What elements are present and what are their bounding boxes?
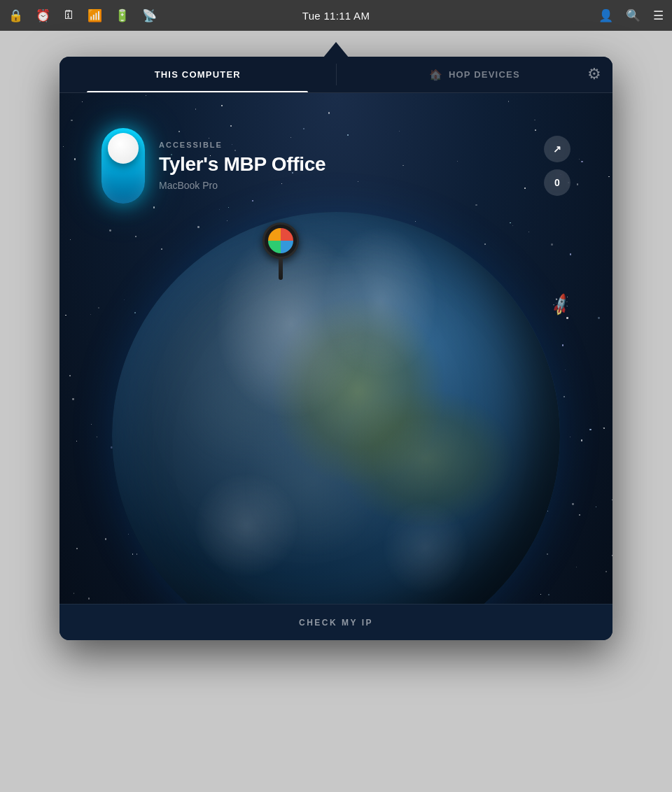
- share-button[interactable]: ↗: [544, 136, 570, 162]
- tab-hop-devices[interactable]: 🏠 HOP DEVICES: [337, 57, 613, 92]
- earth-container: [112, 212, 560, 604]
- wifi-icon[interactable]: 📶: [88, 8, 102, 23]
- search-icon[interactable]: 🔍: [626, 8, 640, 23]
- check-ip-text: CHECK MY IP: [299, 618, 373, 628]
- device-info: ACCESSIBLE Tyler's MBP Office MacBook Pr…: [159, 141, 530, 191]
- pin-multicolor-circle: [268, 228, 293, 253]
- bottom-bar[interactable]: CHECK MY IP: [59, 604, 612, 640]
- earth-globe: [112, 212, 560, 604]
- menubar-clock: Tue 11:11 AM: [302, 10, 370, 22]
- user-icon[interactable]: 👤: [598, 8, 613, 23]
- count-button[interactable]: 0: [544, 169, 570, 196]
- battery-charging-icon[interactable]: 🔋: [115, 8, 130, 23]
- lock-icon[interactable]: 🔒: [8, 8, 23, 23]
- tab-this-computer[interactable]: THIS COMPUTER: [59, 57, 336, 92]
- pin-stem: [279, 259, 283, 280]
- action-buttons: ↗ 0: [544, 136, 570, 196]
- app-window: ⚙ THIS COMPUTER 🏠 HOP DEVICES ++: [59, 57, 612, 640]
- toggle-switch[interactable]: [102, 128, 145, 204]
- menubar: 🔒 ⏰ 🗓 📶 🔋 📡 Tue 11:11 AM 👤 🔍 ☰: [0, 0, 672, 31]
- device-status: ACCESSIBLE: [159, 141, 530, 149]
- location-pin: [262, 222, 299, 280]
- count-label: 0: [554, 177, 560, 188]
- menubar-left-icons: 🔒 ⏰ 🗓 📶 🔋 📡: [8, 8, 157, 23]
- window-pointer: [323, 42, 349, 57]
- menu-icon[interactable]: ☰: [653, 8, 664, 23]
- share-icon: ↗: [553, 143, 561, 155]
- clock-text: Tue 11:11 AM: [302, 10, 370, 22]
- content-area: ++ ACCESSIBLE Tyler's MBP Office MacBook…: [59, 93, 612, 604]
- device-model: MacBook Pro: [159, 180, 530, 191]
- app-wrapper: ⚙ THIS COMPUTER 🏠 HOP DEVICES ++: [59, 42, 612, 640]
- tab-this-computer-label: THIS COMPUTER: [155, 69, 241, 80]
- menubar-right-icons: 👤 🔍 ☰: [598, 8, 664, 23]
- calculator-icon[interactable]: 🗓: [63, 8, 75, 22]
- hop-devices-icon: 🏠: [429, 69, 443, 81]
- device-card: ACCESSIBLE Tyler's MBP Office MacBook Pr…: [102, 128, 570, 204]
- settings-button[interactable]: ⚙: [587, 65, 601, 83]
- device-name: Tyler's MBP Office: [159, 153, 530, 176]
- pin-head: [262, 222, 299, 259]
- airplay-icon[interactable]: 📡: [142, 8, 157, 23]
- tab-hop-devices-label: HOP DEVICES: [449, 69, 520, 80]
- tab-bar: THIS COMPUTER 🏠 HOP DEVICES: [59, 57, 612, 93]
- time-machine-icon[interactable]: ⏰: [36, 8, 50, 23]
- toggle-knob: [108, 133, 139, 164]
